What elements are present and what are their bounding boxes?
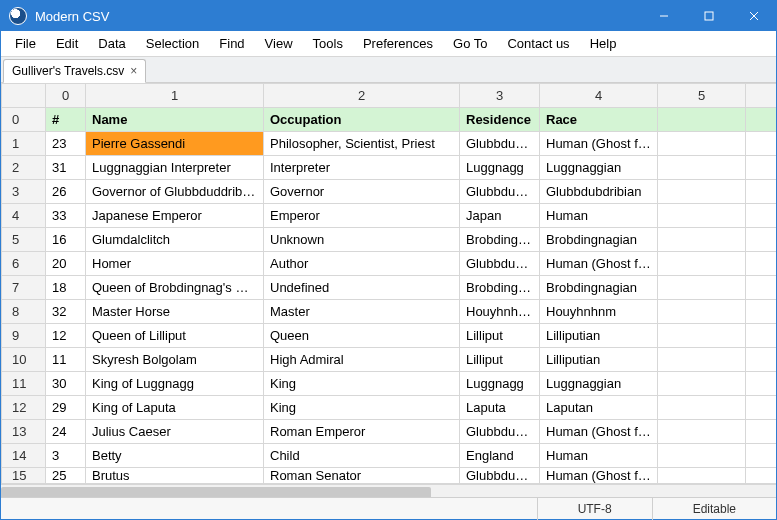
- cell[interactable]: Governor: [264, 179, 460, 203]
- cell[interactable]: Japanese Emperor: [86, 203, 264, 227]
- cell[interactable]: Brobdingnagian: [540, 275, 658, 299]
- cell[interactable]: 20: [46, 251, 86, 275]
- cell[interactable]: Lilliput: [460, 347, 540, 371]
- cell[interactable]: Brobdingnagian: [540, 227, 658, 251]
- cell[interactable]: England: [460, 443, 540, 467]
- column-header-row[interactable]: 012345: [2, 83, 777, 107]
- cell[interactable]: Glubbdubdrib: [460, 419, 540, 443]
- row-header[interactable]: 3: [2, 179, 46, 203]
- cell[interactable]: Brutus: [86, 467, 264, 483]
- cell[interactable]: [746, 467, 777, 483]
- cell[interactable]: 29: [46, 395, 86, 419]
- cell[interactable]: Occupation: [264, 107, 460, 131]
- cell[interactable]: Laputan: [540, 395, 658, 419]
- menu-contact-us[interactable]: Contact us: [497, 33, 579, 54]
- status-encoding[interactable]: UTF-8: [537, 498, 652, 520]
- cell[interactable]: [746, 131, 777, 155]
- table-row[interactable]: 143BettyChildEnglandHuman: [2, 443, 777, 467]
- cell[interactable]: 12: [46, 323, 86, 347]
- menu-preferences[interactable]: Preferences: [353, 33, 443, 54]
- cell[interactable]: Houyhnhnm: [460, 299, 540, 323]
- table-row[interactable]: 912Queen of LilliputQueenLilliputLillipu…: [2, 323, 777, 347]
- cell[interactable]: 11: [46, 347, 86, 371]
- cell[interactable]: King: [264, 395, 460, 419]
- cell[interactable]: 3: [46, 443, 86, 467]
- menu-file[interactable]: File: [5, 33, 46, 54]
- cell[interactable]: Luggnagg: [460, 155, 540, 179]
- cell[interactable]: Glubbdubdrib: [460, 467, 540, 483]
- col-header[interactable]: 0: [46, 83, 86, 107]
- cell[interactable]: Betty: [86, 443, 264, 467]
- row-header[interactable]: 12: [2, 395, 46, 419]
- cell[interactable]: Lilliput: [460, 323, 540, 347]
- cell[interactable]: [746, 299, 777, 323]
- cell[interactable]: Child: [264, 443, 460, 467]
- cell[interactable]: [658, 251, 746, 275]
- cell[interactable]: Japan: [460, 203, 540, 227]
- cell[interactable]: Interpreter: [264, 155, 460, 179]
- close-button[interactable]: [731, 1, 776, 31]
- cell[interactable]: Glubbdubdribian: [540, 179, 658, 203]
- cell[interactable]: Lilliputian: [540, 347, 658, 371]
- cell[interactable]: [746, 107, 777, 131]
- cell[interactable]: Queen: [264, 323, 460, 347]
- cell[interactable]: Human (Ghost form): [540, 251, 658, 275]
- cell[interactable]: High Admiral: [264, 347, 460, 371]
- row-header[interactable]: 15: [2, 467, 46, 483]
- minimize-button[interactable]: [641, 1, 686, 31]
- cell[interactable]: Human (Ghost form): [540, 467, 658, 483]
- cell[interactable]: [746, 395, 777, 419]
- cell[interactable]: 18: [46, 275, 86, 299]
- cell[interactable]: King of Luggnagg: [86, 371, 264, 395]
- row-header[interactable]: 6: [2, 251, 46, 275]
- cell[interactable]: Luggnaggian: [540, 371, 658, 395]
- table-row[interactable]: 832Master HorseMasterHouyhnhnmHouyhnhnm: [2, 299, 777, 323]
- row-header[interactable]: 2: [2, 155, 46, 179]
- cell[interactable]: 33: [46, 203, 86, 227]
- menu-help[interactable]: Help: [580, 33, 627, 54]
- cell[interactable]: Luggnagg: [460, 371, 540, 395]
- cell[interactable]: [746, 251, 777, 275]
- table-row[interactable]: 620HomerAuthorGlubbdubdribHuman (Ghost f…: [2, 251, 777, 275]
- cell[interactable]: [658, 203, 746, 227]
- scrollbar-thumb[interactable]: [1, 487, 431, 497]
- table-row[interactable]: 231Luggnaggian InterpreterInterpreterLug…: [2, 155, 777, 179]
- row-header[interactable]: 7: [2, 275, 46, 299]
- col-header[interactable]: 3: [460, 83, 540, 107]
- data-table[interactable]: 012345 0#NameOccupationResidenceRace123P…: [1, 83, 776, 484]
- table-row[interactable]: 1324Julius CaeserRoman EmperorGlubbdubdr…: [2, 419, 777, 443]
- col-header[interactable]: 2: [264, 83, 460, 107]
- cell[interactable]: 32: [46, 299, 86, 323]
- cell[interactable]: Laputa: [460, 395, 540, 419]
- cell[interactable]: Glubbdubdrib: [460, 251, 540, 275]
- col-header[interactable]: 1: [86, 83, 264, 107]
- grid[interactable]: 012345 0#NameOccupationResidenceRace123P…: [1, 83, 776, 497]
- cell[interactable]: [658, 467, 746, 483]
- cell[interactable]: 31: [46, 155, 86, 179]
- cell[interactable]: Master: [264, 299, 460, 323]
- cell[interactable]: Homer: [86, 251, 264, 275]
- cell[interactable]: [658, 179, 746, 203]
- table-row[interactable]: 1229King of LaputaKingLaputaLaputan: [2, 395, 777, 419]
- cell[interactable]: [658, 227, 746, 251]
- cell[interactable]: [746, 155, 777, 179]
- col-header-extra[interactable]: [746, 83, 777, 107]
- row-header[interactable]: 11: [2, 371, 46, 395]
- col-header[interactable]: 4: [540, 83, 658, 107]
- tab-close-icon[interactable]: ×: [130, 64, 137, 78]
- menu-selection[interactable]: Selection: [136, 33, 209, 54]
- cell[interactable]: Lilliputian: [540, 323, 658, 347]
- menu-tools[interactable]: Tools: [303, 33, 353, 54]
- cell[interactable]: King: [264, 371, 460, 395]
- cell[interactable]: Residence: [460, 107, 540, 131]
- cell[interactable]: Brobdingnag: [460, 275, 540, 299]
- row-header[interactable]: 5: [2, 227, 46, 251]
- titlebar[interactable]: Modern CSV: [1, 1, 776, 31]
- cell[interactable]: [658, 443, 746, 467]
- cell[interactable]: Roman Senator: [264, 467, 460, 483]
- cell[interactable]: [658, 371, 746, 395]
- col-header[interactable]: 5: [658, 83, 746, 107]
- cell[interactable]: [746, 443, 777, 467]
- cell[interactable]: Emperor: [264, 203, 460, 227]
- corner-cell[interactable]: [2, 83, 46, 107]
